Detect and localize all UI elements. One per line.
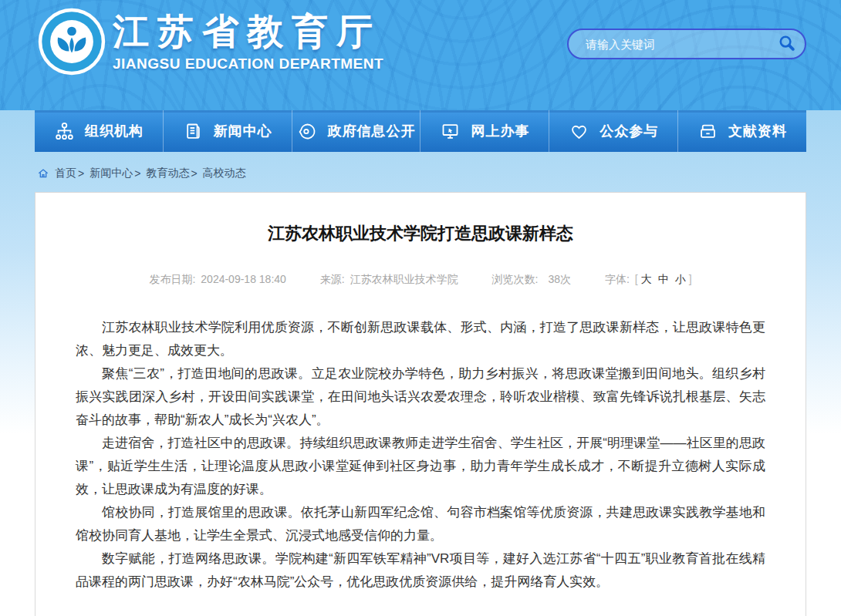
news-doc-icon xyxy=(183,121,204,142)
breadcrumb-news-center[interactable]: 新闻中心 xyxy=(90,167,133,180)
site-name-chinese: 江苏省教育厅 xyxy=(113,11,383,52)
breadcrumb: 首页 > 新闻中心 > 教育动态 > 高校动态 xyxy=(37,152,841,180)
view-count-label: 浏览次数: xyxy=(492,273,539,285)
font-size-small-button[interactable]: 小 xyxy=(675,273,686,285)
site-title[interactable]: 江苏省教育厅 JIANGSU EDUCATION DEPARTMENT xyxy=(113,11,383,72)
article-meta: 发布日期:2024-09-18 18:40 来源:江苏农林职业技术学院 浏览次数… xyxy=(76,271,765,287)
bracket-close: ] xyxy=(689,273,692,285)
nav-item-label: 新闻中心 xyxy=(214,122,272,140)
disclosure-bubble-icon xyxy=(297,121,318,142)
article-title: 江苏农林职业技术学院打造思政课新样态 xyxy=(76,224,765,244)
article-body: 江苏农林职业技术学院利用优质资源，不断创新思政课载体、形式、内涵，打造了思政课新… xyxy=(76,316,765,594)
view-count-value: 38次 xyxy=(548,273,571,285)
breadcrumb-separator: > xyxy=(78,167,84,180)
org-chart-icon xyxy=(54,121,75,142)
site-header: 江苏省教育厅 JIANGSU EDUCATION DEPARTMENT xyxy=(0,0,841,110)
breadcrumb-separator: > xyxy=(134,167,140,180)
nav-item-label: 政府信息公开 xyxy=(328,122,416,140)
view-count: 浏览次数:38次 xyxy=(492,271,571,287)
nav-item-public-participation[interactable]: 公众参与 xyxy=(549,110,678,152)
search-button[interactable] xyxy=(771,30,805,58)
breadcrumb-education-news[interactable]: 教育动态 xyxy=(146,167,189,180)
breadcrumb-separator: > xyxy=(191,167,197,180)
bracket-open: [ xyxy=(635,273,638,285)
site-name-english: JIANGSU EDUCATION DEPARTMENT xyxy=(113,56,383,72)
heart-icon xyxy=(569,121,589,142)
search-input[interactable] xyxy=(569,38,771,51)
breadcrumb-home[interactable]: 首页 xyxy=(55,167,76,180)
article-paragraph: 数字赋能，打造网络思政课。学院构建“新四军铁军精神”VR项目等，建好入选江苏省“… xyxy=(76,547,765,594)
article-paragraph: 江苏农林职业技术学院利用优质资源，不断创新思政课载体、形式、内涵，打造了思政课新… xyxy=(76,316,765,362)
source-value: 江苏农林职业技术学院 xyxy=(350,273,458,285)
nav-item-label: 网上办事 xyxy=(471,122,529,140)
publish-date: 发布日期:2024-09-18 18:40 xyxy=(149,271,285,287)
home-icon xyxy=(37,167,49,180)
nav-item-documents[interactable]: 文献资料 xyxy=(678,110,806,152)
article-paragraph: 聚焦“三农”，打造田地间的思政课。立足农业院校办学特色，助力乡村振兴，将思政课堂… xyxy=(76,362,765,432)
nav-item-gov-info-disclosure[interactable]: 政府信息公开 xyxy=(292,110,421,152)
font-size-label: 字体: xyxy=(605,273,630,285)
publish-date-label: 发布日期: xyxy=(149,273,195,285)
nav-item-organization[interactable]: 组织机构 xyxy=(35,110,164,152)
publish-date-value: 2024-09-18 18:40 xyxy=(201,273,286,285)
search-icon xyxy=(777,33,797,56)
nav-item-news-center[interactable]: 新闻中心 xyxy=(164,110,292,152)
page-background: 组织机构 新闻中心 政府信息公开 xyxy=(0,110,841,616)
font-size-control: 字体:[大中小] xyxy=(605,271,692,287)
nav-item-label: 组织机构 xyxy=(85,122,144,140)
article-paragraph: 馆校协同，打造展馆里的思政课。依托茅山新四军纪念馆、句容市档案馆等优质资源，共建… xyxy=(76,501,765,547)
education-department-seal-icon xyxy=(37,66,106,79)
article-paragraph: 走进宿舍，打造社区中的思政课。持续组织思政课教师走进学生宿舍、学生社区，开展“明… xyxy=(76,432,765,501)
site-logo[interactable] xyxy=(37,7,106,76)
nav-item-online-services[interactable]: 网上办事 xyxy=(420,110,549,152)
font-size-medium-button[interactable]: 中 xyxy=(658,273,669,285)
font-size-large-button[interactable]: 大 xyxy=(641,273,652,285)
site-search xyxy=(567,29,806,59)
article-source: 来源:江苏农林职业技术学院 xyxy=(320,271,458,287)
monitor-cursor-icon xyxy=(440,121,461,142)
nav-item-label: 公众参与 xyxy=(600,122,658,140)
archive-box-icon xyxy=(697,121,718,142)
source-label: 来源: xyxy=(320,273,345,285)
nav-item-label: 文献资料 xyxy=(728,122,787,140)
main-nav: 组织机构 新闻中心 政府信息公开 xyxy=(35,110,806,152)
breadcrumb-current: 高校动态 xyxy=(203,167,246,180)
article-card: 江苏农林职业技术学院打造思政课新样态 发布日期:2024-09-18 18:40… xyxy=(35,192,806,616)
